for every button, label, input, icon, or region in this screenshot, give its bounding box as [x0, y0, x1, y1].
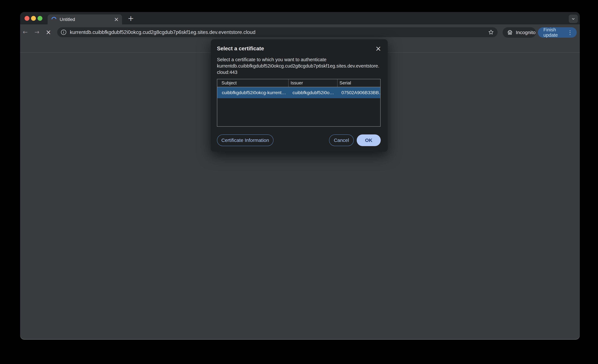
- certificate-information-button[interactable]: Certificate Information: [217, 134, 274, 146]
- cert-serial: 07502A906B33BB…: [337, 90, 380, 95]
- forward-button[interactable]: →: [33, 28, 41, 36]
- dialog-close-icon[interactable]: ×: [374, 45, 382, 53]
- incognito-badge: Incognito: [503, 27, 536, 38]
- macos-zoom-button[interactable]: [38, 16, 42, 21]
- loading-spinner-icon: [51, 16, 57, 22]
- cert-issuer: cuibbfkgdubf52i0o…: [288, 90, 337, 95]
- stop-loading-button[interactable]: ×: [44, 28, 52, 36]
- certificate-dialog: Select a certificate × Select a certific…: [211, 39, 388, 152]
- dialog-message: Select a certificate to which you want t…: [217, 57, 381, 75]
- address-bar[interactable]: kurrentdb.cuibbfkgdubf52i0okcg.cud2g8cgd…: [57, 27, 498, 37]
- bookmark-star-icon[interactable]: [488, 29, 494, 35]
- incognito-icon: [507, 30, 513, 35]
- certificate-table: Subject Issuer Serial cuibbfkgdubf52i0ok…: [217, 79, 381, 127]
- back-button[interactable]: ←: [21, 28, 29, 36]
- cert-subject: cuibbfkgdubf52i0okcg-kurrent…: [217, 90, 288, 95]
- column-header-issuer: Issuer: [288, 79, 337, 87]
- site-info-icon[interactable]: [60, 29, 67, 35]
- browser-toolbar: ← → × kurrentdb.cuibbfkgdubf52i0okcg.cud…: [20, 24, 580, 40]
- table-header-row: Subject Issuer Serial: [217, 79, 380, 87]
- tab-strip: Untitled × +: [20, 12, 580, 24]
- macos-close-button[interactable]: [25, 16, 29, 21]
- url-text[interactable]: kurrentdb.cuibbfkgdubf52i0okcg.cud2g8cgd…: [70, 27, 256, 37]
- new-tab-button[interactable]: +: [127, 14, 135, 23]
- certificate-row-selected[interactable]: cuibbfkgdubf52i0okcg-kurrent… cuibbfkgdu…: [217, 87, 380, 98]
- browser-tab[interactable]: Untitled ×: [48, 15, 122, 24]
- macos-minimize-button[interactable]: [31, 16, 36, 21]
- tab-close-icon[interactable]: ×: [113, 16, 119, 23]
- tab-title: Untitled: [60, 15, 75, 24]
- dialog-title: Select a certificate: [217, 45, 264, 52]
- tab-search-button[interactable]: [569, 15, 578, 23]
- incognito-label: Incognito: [516, 30, 536, 35]
- column-header-subject: Subject: [217, 79, 288, 87]
- finish-update-button[interactable]: Finish update ⋮: [538, 27, 577, 38]
- finish-update-label: Finish update: [543, 27, 567, 38]
- browser-menu-kebab-icon[interactable]: ⋮: [567, 27, 573, 38]
- cancel-button[interactable]: Cancel: [329, 134, 354, 146]
- ok-button[interactable]: OK: [357, 134, 381, 146]
- column-header-serial: Serial: [337, 79, 380, 87]
- chevron-down-icon: [571, 16, 576, 21]
